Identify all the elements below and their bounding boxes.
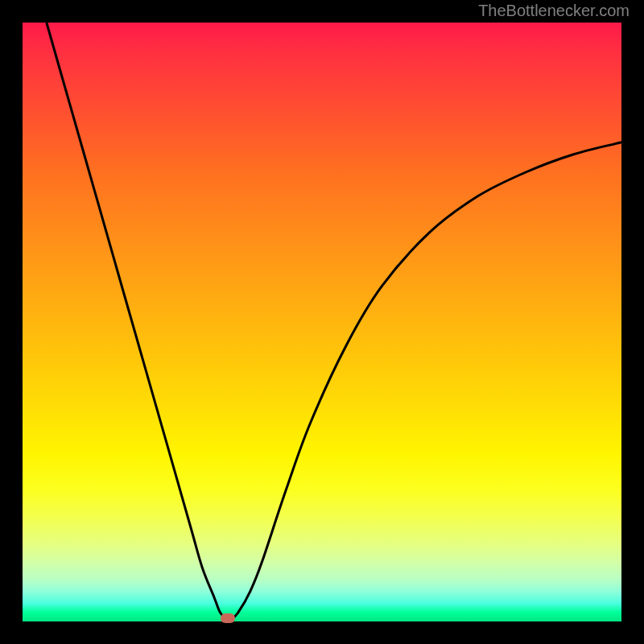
bottleneck-curve	[47, 23, 621, 619]
plot-area	[23, 23, 621, 621]
attribution-text: TheBottlenecker.com	[478, 2, 630, 20]
optimal-marker	[221, 613, 235, 623]
curve-svg	[23, 23, 621, 621]
